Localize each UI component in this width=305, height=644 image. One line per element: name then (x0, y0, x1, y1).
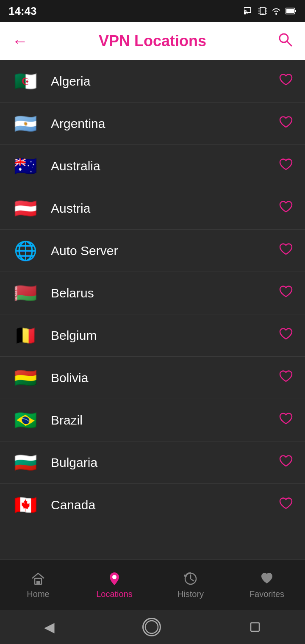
favorite-button[interactable] (279, 115, 293, 132)
bottom-nav: Home Locations History Favorites (0, 559, 305, 610)
flag-australia: 🇦🇺 (12, 157, 39, 175)
status-icons (244, 6, 297, 16)
nav-locations-label: Locations (96, 589, 133, 599)
country-name: Belgium (51, 328, 279, 343)
country-name: Austria (51, 201, 279, 216)
svg-rect-1 (244, 13, 246, 14)
flag-austria: 🇦🇹 (12, 199, 39, 218)
nav-history-label: History (177, 589, 204, 599)
header: ← VPN Locations (0, 22, 305, 60)
country-item-belgium[interactable]: 🇧🇪Belgium (0, 314, 305, 357)
country-name: Australia (51, 159, 279, 173)
back-system-button[interactable]: ◀ (44, 619, 55, 635)
favorite-button[interactable] (279, 158, 293, 174)
wifi-icon (271, 7, 281, 15)
svg-point-10 (275, 13, 277, 15)
country-item-belarus[interactable]: 🇧🇾Belarus (0, 272, 305, 314)
nav-favorites-label: Favorites (250, 589, 284, 599)
flag-auto-server: 🌐 (12, 242, 39, 260)
flag-belgium: 🇧🇪 (12, 326, 39, 345)
country-name: Brazil (51, 413, 279, 427)
home-icon (30, 571, 46, 587)
favorite-button[interactable] (279, 242, 293, 259)
country-name: Bulgaria (51, 455, 279, 470)
country-name: Argentina (51, 117, 279, 131)
vibrate-icon (258, 6, 267, 16)
favorites-icon (259, 571, 275, 587)
favorite-button[interactable] (279, 412, 293, 428)
svg-rect-21 (251, 623, 259, 631)
nav-locations[interactable]: Locations (76, 571, 152, 599)
status-time: 14:43 (8, 5, 37, 18)
svg-point-18 (112, 575, 116, 579)
favorite-button[interactable] (279, 369, 293, 386)
back-button[interactable]: ← (12, 32, 28, 50)
country-item-argentina[interactable]: 🇦🇷Argentina (0, 103, 305, 145)
flag-bolivia: 🇧🇴 (12, 369, 39, 387)
history-icon (183, 571, 199, 587)
country-name: Belarus (51, 286, 279, 300)
favorite-button[interactable] (279, 327, 293, 344)
status-bar: 14:43 (0, 0, 305, 22)
favorite-button[interactable] (279, 285, 293, 301)
svg-line-15 (287, 41, 291, 46)
flag-belarus: 🇧🇾 (12, 284, 39, 303)
svg-rect-3 (261, 14, 264, 14)
country-item-auto-server[interactable]: 🌐Auto Server (0, 230, 305, 272)
country-item-austria[interactable]: 🇦🇹Austria (0, 187, 305, 230)
country-item-algeria[interactable]: 🇩🇿Algeria (0, 60, 305, 103)
nav-history[interactable]: History (152, 571, 229, 599)
flag-canada: 🇨🇦 (12, 496, 39, 514)
battery-icon (286, 8, 297, 14)
favorite-button[interactable] (279, 73, 293, 89)
svg-rect-17 (36, 581, 40, 584)
flag-algeria: 🇩🇿 (12, 72, 39, 91)
nav-home-label: Home (27, 589, 49, 599)
country-list: 🇩🇿Algeria 🇦🇷Argentina 🇦🇺Australia 🇦🇹Aust… (0, 60, 305, 559)
country-name: Canada (51, 498, 279, 512)
cast-icon (244, 7, 254, 15)
search-button[interactable] (277, 31, 293, 51)
page-title: VPN Locations (99, 32, 206, 50)
flag-bulgaria: 🇧🇬 (12, 453, 39, 472)
home-system-button[interactable] (142, 618, 161, 636)
country-item-bolivia[interactable]: 🇧🇴Bolivia (0, 357, 305, 399)
svg-point-20 (145, 621, 158, 633)
country-item-australia[interactable]: 🇦🇺Australia (0, 145, 305, 187)
country-name: Algeria (51, 74, 279, 89)
nav-favorites[interactable]: Favorites (229, 571, 305, 599)
svg-rect-12 (295, 10, 296, 12)
favorite-button[interactable] (279, 454, 293, 471)
svg-rect-13 (286, 9, 294, 13)
country-name: Auto Server (51, 244, 279, 258)
location-icon (106, 571, 122, 587)
country-item-bulgaria[interactable]: 🇧🇬Bulgaria (0, 441, 305, 484)
flag-argentina: 🇦🇷 (12, 114, 39, 133)
nav-home[interactable]: Home (0, 571, 76, 599)
favorite-button[interactable] (279, 497, 293, 513)
favorite-button[interactable] (279, 200, 293, 217)
system-nav: ◀ (0, 610, 305, 644)
country-name: Bolivia (51, 371, 279, 385)
country-item-canada[interactable]: 🇨🇦Canada (0, 484, 305, 526)
recents-system-button[interactable] (249, 621, 261, 633)
flag-brazil: 🇧🇷 (12, 411, 39, 430)
country-item-brazil[interactable]: 🇧🇷Brazil (0, 399, 305, 441)
